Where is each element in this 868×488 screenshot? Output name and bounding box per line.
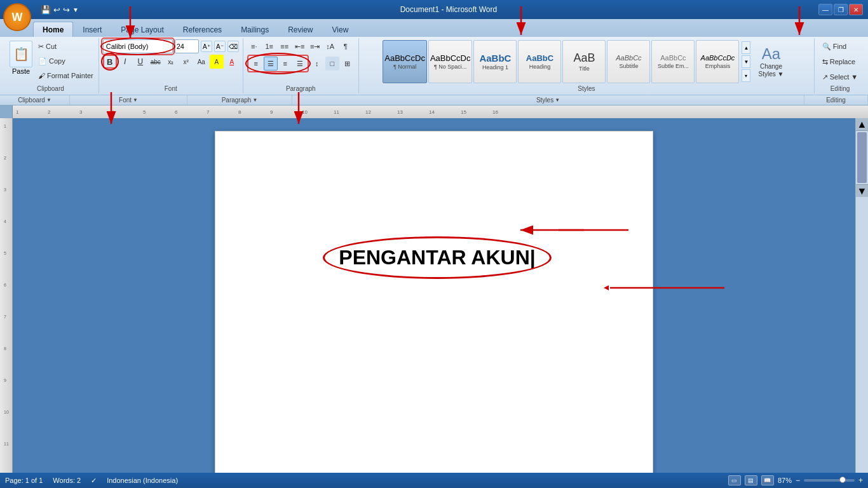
redo-qa-btn[interactable]: ↪ — [63, 5, 70, 15]
style-subtle-em-label: Subtle Em... — [658, 63, 689, 69]
tab-mailings[interactable]: Mailings — [231, 22, 278, 37]
style-emphasis-preview: AaBbCcDc — [701, 54, 735, 62]
cut-button[interactable]: ✂ Cut — [37, 39, 95, 53]
gl-paragraph-label: Paragraph — [222, 97, 252, 104]
borders-button[interactable]: ⊞ — [341, 57, 355, 71]
bullets-button[interactable]: ≡· — [247, 39, 261, 53]
font-size-increase-btn[interactable]: A⁺ — [201, 41, 212, 52]
style-no-spacing[interactable]: AaBbCcDc ¶ No Spaci... — [428, 40, 473, 83]
save-qa-btn[interactable]: 💾 — [41, 5, 51, 15]
italic-button[interactable]: I — [118, 55, 132, 69]
style-heading1[interactable]: AaBbC Heading 1 — [473, 40, 517, 83]
tab-insert[interactable]: Insert — [73, 22, 111, 37]
highlight-button[interactable]: A — [210, 55, 224, 69]
restore-btn[interactable]: ❐ — [834, 4, 848, 15]
para-row-2: ≡ ☰ ≡ ☰ ↕ □ ⊞ — [247, 55, 355, 72]
office-button[interactable]: W — [3, 3, 31, 31]
cut-label: Cut — [46, 43, 57, 50]
scroll-track[interactable] — [856, 132, 868, 183]
clipboard-small-btns: ✂ Cut 📄 Copy 🖌 Format Painter — [37, 39, 95, 83]
minimize-btn[interactable]: — — [818, 4, 832, 15]
styles-more-btn[interactable]: ▾ — [742, 69, 750, 82]
gl-clipboard-label: Clipboard — [18, 97, 45, 104]
clipboard-collapse-btn[interactable]: ▼ — [46, 97, 51, 103]
tab-view[interactable]: View — [323, 22, 358, 37]
document-area[interactable]: PENGANTAR AKUN — [13, 118, 855, 473]
close-btn[interactable]: ✕ — [849, 4, 863, 15]
font-name-input[interactable] — [103, 39, 173, 53]
document-text[interactable]: PENGANTAR AKUN — [339, 246, 535, 269]
svg-text:4: 4 — [4, 219, 6, 224]
font-size-decrease-btn[interactable]: A⁻ — [214, 41, 226, 52]
paste-button[interactable]: 📋 Paste — [6, 39, 36, 76]
find-button[interactable]: 🔍 Find — [819, 39, 850, 53]
change-styles-label: ChangeStyles ▼ — [758, 63, 783, 78]
change-case-button[interactable]: Aa — [194, 55, 208, 69]
font-collapse-btn[interactable]: ▼ — [133, 97, 138, 103]
zoom-out-btn[interactable]: − — [796, 476, 800, 485]
style-title[interactable]: AaB Title — [562, 40, 606, 83]
status-words: Words: 2 — [53, 477, 81, 485]
change-styles-button[interactable]: Aa ChangeStyles ▼ — [752, 43, 790, 81]
view-reading-btn[interactable]: 📖 — [761, 475, 774, 485]
copy-button[interactable]: 📄 Copy — [37, 54, 95, 68]
shading-button[interactable]: □ — [325, 57, 339, 71]
clear-formatting-btn[interactable]: ⌫ — [227, 41, 239, 52]
tab-home[interactable]: Home — [33, 22, 73, 37]
tab-review[interactable]: Review — [278, 22, 322, 37]
svg-text:12: 12 — [365, 109, 371, 115]
style-subtitle[interactable]: AaBbCc Subtitle — [607, 40, 650, 83]
style-heading2[interactable]: AaBbC Heading — [518, 40, 561, 83]
view-layout-btn[interactable]: ▤ — [745, 475, 757, 485]
svg-text:14: 14 — [429, 109, 435, 115]
zoom-slider[interactable] — [804, 479, 855, 482]
underline-button[interactable]: U — [133, 55, 147, 69]
horizontal-ruler: 1 2 3 4 5 6 7 8 9 10 11 12 13 14 15 16 — [13, 105, 868, 118]
indent-less-button[interactable]: ⇤≡ — [293, 39, 307, 53]
paragraph-collapse-btn[interactable]: ▼ — [252, 97, 257, 103]
scroll-down-btn[interactable]: ▼ — [856, 184, 868, 197]
quick-access-bar: 💾 ↩ ↪ ▼ — [41, 5, 79, 15]
font-color-button[interactable]: A — [225, 55, 239, 69]
undo-qa-btn[interactable]: ↩ — [53, 5, 60, 15]
align-center-button[interactable]: ☰ — [264, 57, 278, 71]
view-normal-btn[interactable]: ▭ — [728, 475, 741, 485]
superscript-button[interactable]: x² — [179, 55, 193, 69]
qa-dropdown-btn[interactable]: ▼ — [72, 6, 79, 13]
line-spacing-button[interactable]: ↕ — [310, 57, 324, 71]
tab-page-layout[interactable]: Page Layout — [111, 22, 173, 37]
styles-scroll-up[interactable]: ▲ — [742, 41, 750, 54]
style-normal[interactable]: AaBbCcDc ¶ Normal — [383, 40, 427, 83]
format-painter-button[interactable]: 🖌 Format Painter — [37, 69, 95, 83]
font-size-input[interactable] — [175, 39, 199, 53]
zoom-in-btn[interactable]: + — [858, 476, 863, 485]
scroll-up-btn[interactable]: ▲ — [856, 118, 868, 131]
find-icon: 🔍 — [822, 43, 831, 51]
justify-button[interactable]: ☰ — [293, 57, 307, 71]
sort-button[interactable]: ↕A — [323, 39, 337, 53]
replace-button[interactable]: ⇆ Replace — [819, 55, 858, 69]
style-emphasis[interactable]: AaBbCcDc Emphasis — [696, 40, 739, 83]
svg-text:11: 11 — [4, 442, 9, 446]
styles-scroll-down[interactable]: ▼ — [742, 55, 750, 68]
style-subtle-em[interactable]: AaBbCc Subtle Em... — [651, 40, 695, 83]
select-button[interactable]: ↗ Select ▼ — [819, 70, 862, 84]
align-left-button[interactable]: ≡ — [249, 57, 263, 71]
scrollbar-area[interactable]: ▲ ▼ — [855, 118, 868, 473]
copy-label: Copy — [49, 57, 65, 65]
bold-button[interactable]: B — [103, 55, 117, 69]
font-format-row: B I U abc x₂ x² Aa A A — [103, 55, 239, 69]
subscript-button[interactable]: x₂ — [164, 55, 178, 69]
indent-more-button[interactable]: ≡⇥ — [308, 39, 322, 53]
styles-collapse-btn[interactable]: ▼ — [555, 97, 560, 103]
strikethrough-button[interactable]: abc — [149, 55, 163, 69]
multilevel-list-button[interactable]: ≡≡ — [278, 39, 292, 53]
paragraph-group: ≡· 1≡ ≡≡ ⇤≡ ≡⇥ ↕A ¶ ≡ ☰ ≡ ☰ — [243, 38, 359, 93]
numbering-button[interactable]: 1≡ — [262, 39, 276, 53]
tab-references[interactable]: References — [173, 22, 231, 37]
scroll-thumb[interactable] — [857, 132, 867, 183]
style-emphasis-label: Emphasis — [705, 63, 731, 69]
font-group-label: Font — [103, 84, 239, 92]
show-marks-button[interactable]: ¶ — [339, 39, 353, 53]
align-right-button[interactable]: ≡ — [278, 57, 292, 71]
